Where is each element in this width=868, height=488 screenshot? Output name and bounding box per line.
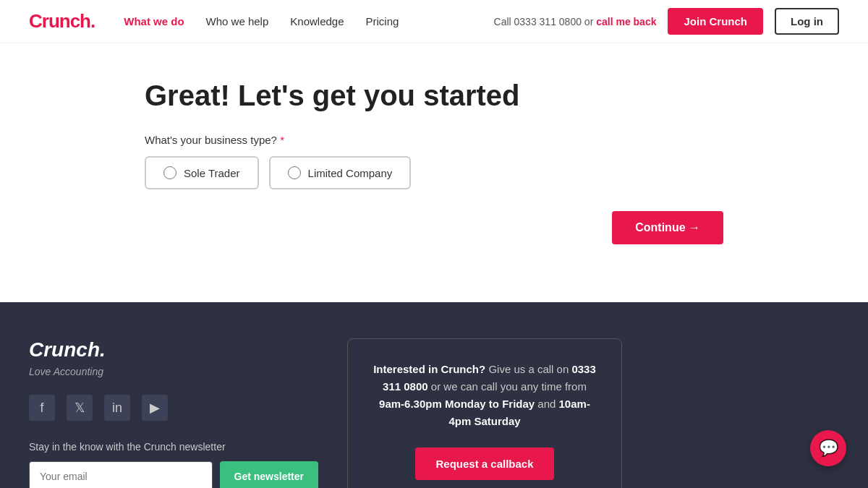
phone-text: Call 0333 311 0800 or call me back	[494, 16, 657, 27]
join-crunch-button[interactable]: Join Crunch	[668, 8, 763, 35]
nav-link-who-we-help[interactable]: Who we help	[206, 15, 269, 27]
page-title: Great! Let's get you started	[145, 80, 723, 112]
chat-bubble[interactable]: 💬	[810, 430, 846, 466]
newsletter-form: Get newsletter	[29, 461, 318, 488]
newsletter-submit-button[interactable]: Get newsletter	[220, 461, 318, 488]
limited-company-option[interactable]: Limited Company	[269, 156, 412, 189]
call-me-back-link[interactable]: call me back	[596, 16, 656, 27]
nav-link-pricing[interactable]: Pricing	[366, 15, 399, 27]
required-marker: *	[280, 134, 284, 146]
newsletter-label: Stay in the know with the Crunch newslet…	[29, 441, 318, 453]
radio-group-business-type: Sole Trader Limited Company	[145, 156, 723, 189]
chat-icon: 💬	[819, 439, 838, 458]
linkedin-icon[interactable]: in	[104, 395, 130, 421]
footer-top: Crunch. Love Accounting f 𝕏 in ▶ Stay in…	[29, 338, 839, 488]
continue-button[interactable]: Continue →	[612, 211, 723, 244]
sole-trader-option[interactable]: Sole Trader	[145, 156, 259, 189]
continue-row: Continue →	[145, 211, 723, 244]
contact-info-text: Interested in Crunch? Give us a call on …	[370, 361, 600, 430]
main-content: Great! Let's get you started What's your…	[0, 43, 868, 302]
nav-links: What we do Who we help Knowledge Pricing	[124, 15, 493, 27]
footer-tagline: Love Accounting	[29, 366, 318, 377]
navigation: Crunch. What we do Who we help Knowledge…	[0, 0, 868, 43]
twitter-icon[interactable]: 𝕏	[67, 395, 93, 421]
facebook-icon[interactable]: f	[29, 395, 55, 421]
callback-button[interactable]: Request a callback	[415, 448, 553, 480]
limited-company-label[interactable]: Limited Company	[308, 167, 393, 179]
logo[interactable]: Crunch.	[29, 10, 95, 33]
footer-logo: Crunch.	[29, 338, 318, 361]
nav-right: Call 0333 311 0800 or call me back Join …	[494, 8, 839, 35]
business-type-label: What's your business type? *	[145, 134, 723, 146]
footer: Crunch. Love Accounting f 𝕏 in ▶ Stay in…	[0, 302, 868, 488]
sole-trader-radio[interactable]	[163, 166, 176, 179]
nav-link-what-we-do[interactable]: What we do	[124, 15, 184, 27]
login-button[interactable]: Log in	[775, 8, 839, 35]
business-type-form: What's your business type? * Sole Trader…	[145, 134, 723, 189]
limited-company-radio[interactable]	[288, 166, 301, 179]
youtube-icon[interactable]: ▶	[142, 395, 168, 421]
nav-link-knowledge[interactable]: Knowledge	[290, 15, 344, 27]
contact-box: Interested in Crunch? Give us a call on …	[347, 338, 622, 488]
social-icons: f 𝕏 in ▶	[29, 395, 318, 421]
footer-left: Crunch. Love Accounting f 𝕏 in ▶ Stay in…	[29, 338, 318, 488]
newsletter-email-input[interactable]	[29, 461, 213, 488]
sole-trader-label[interactable]: Sole Trader	[184, 167, 240, 179]
